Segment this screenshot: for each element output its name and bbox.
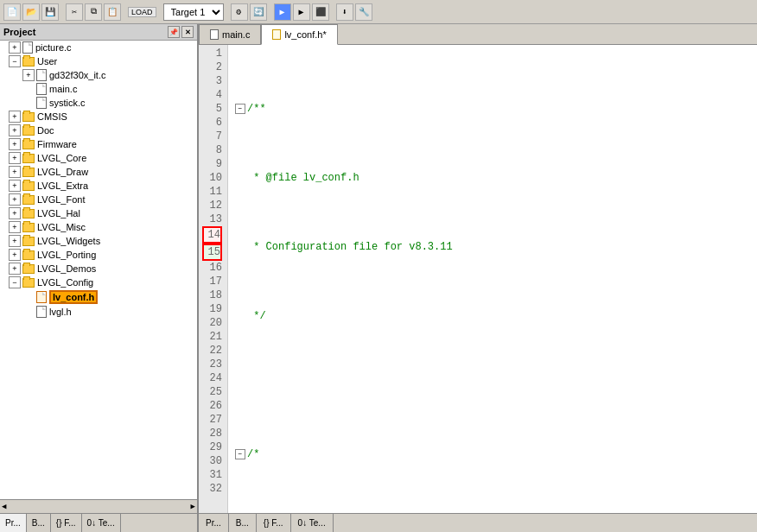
code-lines[interactable]: − /** * @file lv_conf.h * Configuration …	[228, 45, 757, 513]
tree-item-lvgl-demos[interactable]: + LVGL_Demos	[0, 262, 197, 276]
tree-scroll-left[interactable]: ◀	[2, 502, 6, 511]
code-text-3: * Configuration file for v8.3.11	[247, 240, 453, 254]
debug-icon[interactable]: ▶	[274, 3, 291, 21]
tree-item-lvgl-hal[interactable]: + LVGL_Hal	[0, 206, 197, 220]
tree-expand-lvgl-draw[interactable]: +	[9, 166, 21, 178]
panel-pin-btn[interactable]: 📌	[168, 26, 180, 38]
tree-expand-user[interactable]: −	[9, 55, 21, 67]
panel-tab-templates[interactable]: 0↓ Te...	[82, 514, 121, 532]
tree-item-lv-conf-h[interactable]: lv_conf.h	[0, 289, 197, 305]
copy-icon[interactable]: ⧉	[85, 3, 102, 21]
cut-icon[interactable]: ✂	[66, 3, 83, 21]
project-tree[interactable]: + picture.c − User + gd32f30x_it.c	[0, 41, 197, 499]
new-file-icon[interactable]: 📄	[3, 3, 21, 21]
tree-label-user: User	[37, 56, 57, 66]
tab-main-c[interactable]: main.c	[199, 24, 261, 44]
tree-label-lv-conf-h: lv_conf.h	[49, 290, 98, 304]
panel-tab-books[interactable]: B...	[27, 514, 51, 532]
file-icon-lv-conf-h	[36, 291, 47, 303]
panel-tab-functions[interactable]: {} F...	[51, 514, 82, 532]
tree-item-lvgl-core[interactable]: + LVGL_Core	[0, 151, 197, 165]
folder-icon-cmsis	[22, 112, 35, 122]
tree-item-lvgl-widgets[interactable]: + LVGL_Widgets	[0, 234, 197, 248]
folder-icon-lvgl-hal	[22, 209, 35, 218]
tree-expand-gd32f30x[interactable]: +	[22, 69, 35, 81]
bottom-tab-b[interactable]: B...	[229, 514, 257, 532]
tree-item-lvgl-misc[interactable]: + LVGL_Misc	[0, 220, 197, 234]
bottom-tab-pr-label: Pr...	[206, 518, 221, 528]
tree-label-picture-c: picture.c	[35, 42, 72, 53]
tree-item-lvgl-extra[interactable]: + LVGL_Extra	[0, 179, 197, 193]
tree-item-cmsis[interactable]: + CMSIS	[0, 110, 197, 124]
tree-item-user[interactable]: − User	[0, 54, 197, 68]
bottom-tab-te[interactable]: 0↓ Te...	[291, 514, 334, 532]
tree-item-picture-c[interactable]: + picture.c	[0, 41, 197, 54]
fold-6[interactable]: −	[235, 449, 245, 459]
tree-item-gd32f30x[interactable]: + gd32f30x_it.c	[0, 68, 197, 82]
target-select[interactable]: Target 1	[163, 3, 224, 21]
tree-item-main-c[interactable]: main.c	[0, 82, 197, 96]
tree-expand-lvgl-widgets[interactable]: +	[9, 235, 21, 247]
tree-expand-cmsis[interactable]: +	[9, 111, 21, 123]
folder-icon-firmware	[22, 140, 35, 149]
stop-icon[interactable]: ⬛	[312, 3, 329, 21]
tree-expand-lvgl-hal[interactable]: +	[9, 207, 21, 219]
settings-icon[interactable]: 🔧	[355, 3, 372, 21]
tree-label-lvgl-h: lvgl.h	[49, 307, 72, 317]
tree-expand-lvgl-extra[interactable]: +	[9, 180, 21, 192]
tree-label-doc: Doc	[37, 125, 54, 136]
bottom-tab-f-label: {} F...	[264, 518, 283, 528]
main-container: Project 📌 ✕ + picture.c − User	[0, 24, 757, 532]
tree-label-lvgl-core: LVGL_Core	[37, 153, 86, 163]
open-icon[interactable]: 📂	[22, 3, 40, 21]
tree-expand-picture-c[interactable]: +	[9, 41, 21, 54]
folder-icon-lvgl-misc	[22, 223, 35, 232]
build-icon[interactable]: ⚙	[231, 3, 248, 21]
save-icon[interactable]: 💾	[41, 3, 59, 21]
tree-item-firmware[interactable]: + Firmware	[0, 137, 197, 151]
tree-scroll-bar[interactable]: ◀ ▶	[0, 499, 197, 513]
file-icon-systick-c	[36, 97, 47, 109]
panel-tab-project[interactable]: Pr...	[0, 514, 27, 532]
panel-close-btn[interactable]: ✕	[181, 26, 194, 38]
tree-item-lvgl-config[interactable]: − LVGL_Config	[0, 276, 197, 289]
tree-expand-lvgl-demos[interactable]: +	[9, 263, 21, 275]
tree-item-systick-c[interactable]: systick.c	[0, 96, 197, 110]
folder-icon-lvgl-draw	[22, 168, 35, 177]
tree-expand-lvgl-misc[interactable]: +	[9, 221, 21, 233]
tree-scroll-right[interactable]: ▶	[191, 502, 195, 511]
tree-expand-lvgl-font[interactable]: +	[9, 193, 21, 206]
toolbar-icons[interactable]: 📄 📂 💾 ✂ ⧉ 📋 LOAD Target 1 ⚙ 🔄 ▶ ▶ ⬛ ⬇ 🔧	[3, 3, 372, 21]
run-icon[interactable]: ▶	[293, 3, 310, 21]
tree-item-lvgl-font[interactable]: + LVGL_Font	[0, 193, 197, 206]
bottom-tab-pr[interactable]: Pr...	[199, 514, 229, 532]
tree-item-lvgl-draw[interactable]: + LVGL_Draw	[0, 165, 197, 179]
paste-icon[interactable]: 📋	[104, 3, 121, 21]
tree-expand-lvgl-config[interactable]: −	[9, 276, 21, 288]
tree-item-lvgl-porting[interactable]: + LVGL_Porting	[0, 248, 197, 262]
bottom-tab-f[interactable]: {} F...	[257, 514, 291, 532]
tree-label-lvgl-config: LVGL_Config	[37, 277, 93, 288]
code-text-5	[247, 378, 253, 392]
tree-expand-lvgl-porting[interactable]: +	[9, 249, 21, 261]
folder-icon-lvgl-config	[22, 278, 35, 288]
load-label: LOAD	[128, 7, 156, 17]
tree-expand-lvgl-core[interactable]: +	[9, 152, 21, 164]
tree-item-doc[interactable]: + Doc	[0, 124, 197, 137]
tab-lv-conf-h[interactable]: lv_conf.h*	[261, 24, 337, 45]
fold-1[interactable]: −	[235, 104, 245, 114]
tree-item-lvgl-h[interactable]: lvgl.h	[0, 305, 197, 319]
tree-expand-firmware[interactable]: +	[9, 138, 21, 150]
editor-content[interactable]: 1 2 3 4 5 6 7 8 9 10 11 12 13 14 15 16 1	[199, 45, 757, 513]
folder-icon-lvgl-porting	[22, 250, 35, 260]
code-line-1: − /**	[235, 102, 750, 116]
tree-expand-doc[interactable]: +	[9, 124, 21, 136]
tab-file-icon-main-c	[210, 29, 219, 40]
code-line-6: − /*	[235, 447, 750, 461]
folder-icon-doc	[22, 126, 35, 136]
editor-panel: main.c lv_conf.h* 1 2 3 4 5 6 7 8	[199, 24, 757, 532]
download-icon[interactable]: ⬇	[336, 3, 353, 21]
rebuild-icon[interactable]: 🔄	[250, 3, 267, 21]
code-text-2: * @file lv_conf.h	[247, 171, 359, 185]
panel-header-icons[interactable]: 📌 ✕	[168, 26, 194, 38]
